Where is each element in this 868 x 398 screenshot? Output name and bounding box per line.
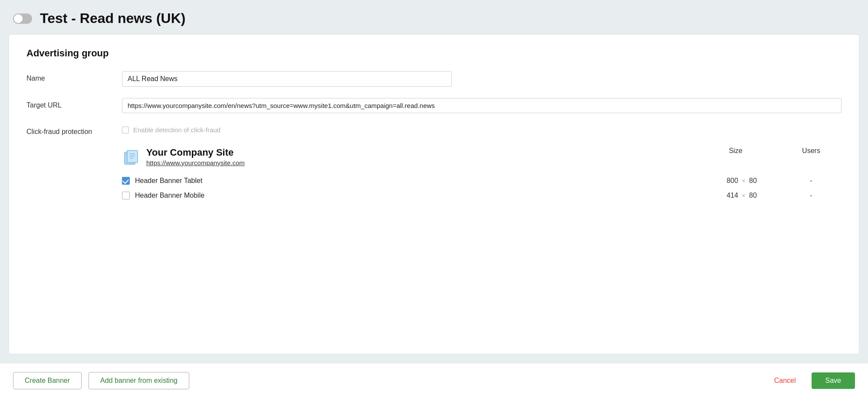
banner-name-1: Header Banner Mobile bbox=[135, 192, 204, 199]
banner-size-1: 414 × 80 bbox=[703, 192, 781, 199]
banner-size-0: 800 × 80 bbox=[703, 177, 781, 185]
users-column-header: Users bbox=[781, 147, 842, 155]
click-fraud-checkbox-label: Enable detection of click-fraud bbox=[133, 126, 220, 134]
banner-name-0: Header Banner Tablet bbox=[135, 177, 202, 185]
page-header: Test - Read news (UK) bbox=[0, 0, 868, 34]
banner-checkbox-0[interactable] bbox=[122, 177, 130, 185]
site-icon bbox=[122, 148, 140, 166]
click-fraud-checkbox-row: Enable detection of click-fraud bbox=[122, 124, 842, 134]
site-info: Your Company Site https://www.yourcompan… bbox=[146, 147, 690, 166]
site-header: Your Company Site https://www.yourcompan… bbox=[122, 147, 842, 166]
main-card: Advertising group Name Target URL Click-… bbox=[9, 34, 859, 354]
add-banner-existing-button[interactable]: Add banner from existing bbox=[89, 372, 189, 389]
banner-list: Header Banner Tablet800 × 80-Header Bann… bbox=[122, 173, 842, 203]
size-x: × bbox=[742, 192, 745, 199]
banner-row: Header Banner Mobile414 × 80- bbox=[122, 188, 842, 203]
svg-rect-1 bbox=[127, 150, 138, 163]
click-fraud-control: Enable detection of click-fraud bbox=[122, 124, 842, 134]
site-section: Your Company Site https://www.yourcompan… bbox=[122, 147, 842, 203]
name-label: Name bbox=[26, 71, 122, 82]
target-url-field-container bbox=[122, 98, 842, 113]
toggle-switch[interactable] bbox=[13, 13, 32, 24]
name-field-container bbox=[122, 71, 842, 87]
banner-row: Header Banner Tablet800 × 80- bbox=[122, 173, 842, 188]
size-x: × bbox=[742, 177, 745, 184]
footer-bar: Create Banner Add banner from existing C… bbox=[0, 363, 868, 398]
site-name: Your Company Site bbox=[146, 147, 690, 158]
banner-checkbox-1[interactable] bbox=[122, 192, 130, 199]
target-url-row: Target URL bbox=[26, 98, 842, 113]
page-title: Test - Read news (UK) bbox=[40, 10, 185, 26]
banner-users-1: - bbox=[781, 192, 842, 199]
banner-checkbox-area: Header Banner Tablet bbox=[122, 177, 703, 185]
click-fraud-row: Click-fraud protection Enable detection … bbox=[26, 124, 842, 136]
name-input[interactable] bbox=[122, 71, 452, 87]
click-fraud-checkbox[interactable] bbox=[122, 127, 129, 134]
size-column-header: Size bbox=[697, 147, 775, 155]
create-banner-button[interactable]: Create Banner bbox=[13, 372, 82, 389]
banner-users-0: - bbox=[781, 177, 842, 185]
target-url-label: Target URL bbox=[26, 98, 122, 109]
click-fraud-label: Click-fraud protection bbox=[26, 124, 122, 136]
section-title: Advertising group bbox=[26, 48, 842, 59]
save-button[interactable]: Save bbox=[812, 372, 855, 389]
target-url-input[interactable] bbox=[122, 98, 842, 113]
site-url: https://www.yourcompanysite.com bbox=[146, 159, 690, 166]
cancel-button[interactable]: Cancel bbox=[766, 372, 805, 389]
name-row: Name bbox=[26, 71, 842, 87]
banner-checkbox-area: Header Banner Mobile bbox=[122, 192, 703, 199]
